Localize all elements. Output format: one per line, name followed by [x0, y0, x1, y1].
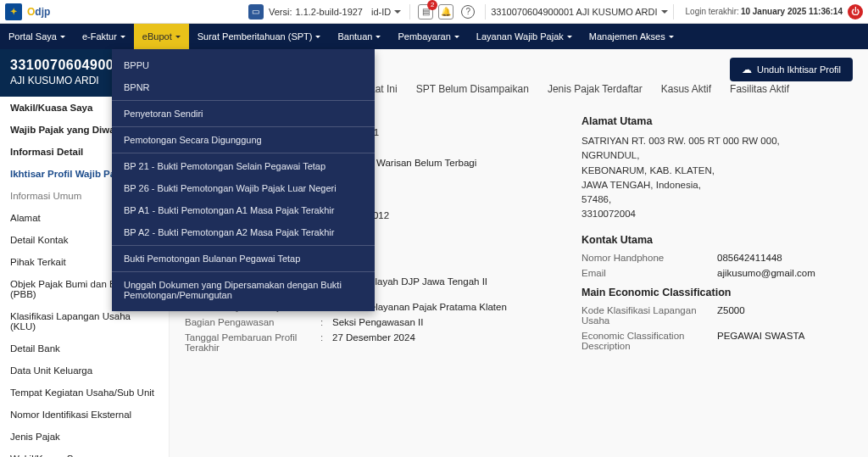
kontak-label: Email: [581, 268, 717, 278]
ebupot-dropdown: BPPU BPNR Penyetoran Sendiri Pemotongan …: [112, 49, 375, 311]
sidebar-item-11[interactable]: Data Unit Keluarga: [0, 359, 169, 382]
info-row: Tanggal Pembaruan Profil Terakhir:27 Des…: [185, 332, 548, 353]
sidebar-item-14[interactable]: Jenis Pajak: [0, 426, 169, 448]
app-logo-icon: ✦: [5, 3, 22, 20]
alamat-line: KEBONARUM, KAB. KLATEN,: [581, 164, 853, 178]
main-econ-head: Main Economic Classification: [581, 287, 853, 298]
body-wrap: 331007060490001 AJI KUSUMO ARDI Wakil/Ku…: [0, 49, 868, 457]
tab-fasilitas-aktif[interactable]: Fasilitas Aktif: [730, 83, 789, 98]
version-value: 1.1.2-build-1927: [295, 7, 363, 17]
frag-row: DI: [363, 112, 548, 122]
nav-ebupot[interactable]: eBupot: [134, 24, 189, 49]
alamat-line: 3310072004: [581, 207, 853, 221]
econ-value: PEGAWAI SWASTA: [717, 331, 853, 351]
tab-jenis-pajak[interactable]: Jenis Pajak Terdaftar: [548, 83, 643, 98]
dd-pemotongan-digunggung[interactable]: Pemotongan Secara Digunggung: [112, 129, 375, 151]
dd-bppu[interactable]: BPPU: [112, 54, 375, 76]
info-value: 27 Desember 2024: [332, 332, 548, 353]
dd-bp26[interactable]: BP 26 - Bukti Pemotongan Wajib Pajak Lua…: [112, 177, 375, 199]
dd-bpnr[interactable]: BPNR: [112, 76, 375, 98]
locale-selector[interactable]: id-ID: [371, 7, 401, 17]
last-login-value: 10 January 2025 11:36:14: [741, 7, 843, 16]
nav-portal-saya[interactable]: Portal Saya: [0, 24, 74, 49]
sidebar-item-12[interactable]: Tempat Kegiatan Usaha/Sub Unit: [0, 382, 169, 404]
tab-kasus-aktif[interactable]: Kasus Aktif: [661, 83, 711, 98]
alamat-line: 57486,: [581, 192, 853, 207]
main-navbar: Portal Saya e-Faktur eBupot Surat Pember…: [0, 24, 868, 49]
logout-icon[interactable]: ⏻: [848, 4, 863, 20]
econ-value: Z5000: [717, 305, 853, 326]
topbar: ✦ Odjp ▭ Versi: 1.1.2-build-1927 id-ID ▤…: [0, 0, 868, 24]
dd-bukti-bulanan[interactable]: Bukti Pemotongan Bulanan Pegawai Tetap: [112, 248, 375, 270]
sidebar-item-10[interactable]: Detail Bank: [0, 337, 169, 359]
nav-pembayaran[interactable]: Pembayaran: [389, 24, 467, 49]
document-icon[interactable]: ▭: [248, 4, 264, 20]
dd-bp21[interactable]: BP 21 - Bukti Pemotongan Selain Pegawai …: [112, 155, 375, 177]
cloud-download-icon: [742, 64, 752, 75]
right-column: Alamat Utama SATRIYAN RT. 003 RW. 005 RT…: [581, 112, 853, 358]
frag-row: au Warisan Belum Terbagi: [363, 158, 548, 168]
kontak-value: 085642411448: [717, 253, 853, 263]
alamat-line: SATRIYAN RT. 003 RW. 005 RT 000 RW 000,: [581, 134, 853, 148]
info-label: Tanggal Pembaruan Profil Terakhir: [185, 332, 320, 353]
econ-row: Kode Klasifikasi Lapangan UsahaZ5000: [581, 305, 853, 326]
brand-o: O: [27, 6, 35, 18]
info-row: Bagian Pengawasan:Seksi Pengawasan II: [185, 317, 548, 327]
alamat-line: JAWA TENGAH, Indonesia,: [581, 178, 853, 192]
nav-bantuan[interactable]: Bantuan: [329, 24, 389, 49]
last-login-label: Login terakhir:: [686, 7, 739, 16]
nav-efaktur[interactable]: e-Faktur: [74, 24, 134, 49]
frag-row: A: [363, 142, 548, 153]
account-selector[interactable]: 3310070604900001 AJI KUSUMO ARDI: [491, 7, 667, 17]
kontak-row: Emailajikusumo@gmail.com: [581, 268, 853, 278]
sidebar-item-13[interactable]: Nomor Identifikasi Eksternal: [0, 404, 169, 426]
dd-bpa2[interactable]: BP A2 - Bukti Pemotongan A2 Masa Pajak T…: [112, 221, 375, 243]
bell-icon[interactable]: 🔔: [438, 4, 453, 20]
kontak-value: ajikusumo@gmail.com: [717, 268, 853, 278]
dd-bpa1[interactable]: BP A1 - Bukti Pemotongan A1 Masa Pajak T…: [112, 199, 375, 221]
notif-badge: 2: [427, 0, 437, 10]
econ-label: Kode Klasifikasi Lapangan Usaha: [581, 305, 717, 326]
info-value: Seksi Pengawasan II: [332, 317, 548, 327]
alamat-utama-head: Alamat Utama: [581, 115, 853, 127]
econ-label: Economic Classification Description: [581, 331, 717, 351]
kontak-row: Nomor Handphone085642411448: [581, 253, 853, 263]
brand-text: Odjp: [27, 6, 50, 18]
dd-penyetoran-sendiri[interactable]: Penyetoran Sendiri: [112, 103, 375, 125]
nav-layanan-wp[interactable]: Layanan Wajib Pajak: [468, 24, 581, 49]
clipboard-icon[interactable]: ▤2: [418, 4, 433, 20]
download-profile-button[interactable]: Unduh Ikhtisar Profil: [730, 58, 853, 81]
download-profile-label: Unduh Ikhtisar Profil: [757, 64, 841, 75]
brand-rest: djp: [35, 6, 50, 18]
help-icon[interactable]: ?: [461, 5, 475, 19]
info-label: Bagian Pengawasan: [185, 317, 320, 327]
version-label: Versi:: [269, 7, 292, 17]
kontak-label: Nomor Handphone: [581, 253, 717, 263]
alamat-line: NGRUNDUL,: [581, 148, 853, 163]
kontak-utama-head: Kontak Utama: [581, 234, 853, 246]
econ-row: Economic Classification DescriptionPEGAW…: [581, 331, 853, 351]
nav-spt[interactable]: Surat Pemberitahuan (SPT): [189, 24, 330, 49]
nav-manajemen-akses[interactable]: Manajemen Akses: [581, 24, 682, 49]
dd-unggah-dokumen[interactable]: Unggah Dokumen yang Dipersamakan dengan …: [112, 274, 375, 306]
sidebar-item-15[interactable]: Wakil/Kuasa Saya: [0, 448, 169, 457]
tab-spt-belum[interactable]: SPT Belum Disampaikan: [416, 83, 529, 98]
frag-row: 001: [363, 127, 548, 137]
